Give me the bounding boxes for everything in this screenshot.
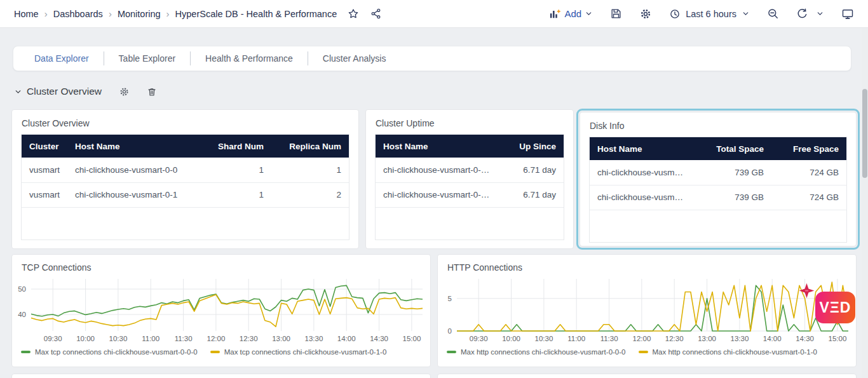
panel-title: Disk Info (580, 112, 856, 137)
table-row: chi-clickhouse-vusmart-0…739 GB724 GB (590, 160, 846, 185)
tab-cluster-analysis[interactable]: Cluster Analysis (308, 53, 401, 64)
svg-text:15:00: 15:00 (403, 335, 421, 342)
table-cell: chi-clickhouse-vusmart-0… (590, 185, 694, 210)
legend-item[interactable]: Max http connections chi-clickhouse-vusm… (639, 348, 818, 356)
chevron-down-icon (585, 10, 593, 18)
legend-series-label: Max http connections chi-clickhouse-vusm… (653, 348, 818, 356)
column-header: Total Space (694, 137, 771, 160)
breadcrumb-separator: › (166, 8, 170, 19)
legend-item[interactable]: Max tcp connections chi-clickhouse-vusma… (210, 348, 387, 356)
svg-text:14:30: 14:30 (370, 335, 388, 342)
panel-title: TCP Connections (12, 255, 430, 275)
breadcrumb-item[interactable]: Monitoring (118, 9, 161, 19)
star-icon[interactable] (347, 8, 360, 20)
table-header-row: Host NameTotal SpaceFree Space (590, 137, 846, 160)
http-connections-chart: 09:3010:0010:3011:0011:3012:0012:3013:00… (438, 275, 857, 346)
save-icon[interactable] (610, 8, 622, 20)
table-cell: 6.71 day (498, 182, 564, 207)
svg-text:13:00: 13:00 (698, 335, 716, 342)
disk-info-table: Host NameTotal SpaceFree Spacechi-clickh… (590, 137, 846, 210)
zoom-out-icon[interactable] (767, 8, 779, 20)
breadcrumb-separator: › (109, 8, 112, 19)
add-panel-icon (548, 8, 561, 20)
table-row: vusmartchi-clickhouse-vusmart-0-112 (22, 182, 349, 207)
panel-tcp-connections: TCP Connections 09:3010:0010:3011:0011:3… (11, 254, 431, 367)
refresh-icon[interactable] (796, 8, 808, 20)
breadcrumb-item[interactable]: Home (14, 9, 39, 19)
column-header: Free Space (771, 137, 846, 160)
svg-text:12:00: 12:00 (633, 335, 651, 342)
table-cell: 1 (196, 158, 271, 182)
table-cell: 2 (271, 182, 349, 207)
svg-text:12:30: 12:30 (240, 335, 258, 342)
chevron-down-icon[interactable] (816, 10, 824, 18)
svg-text:11:00: 11:00 (567, 335, 585, 342)
table-row: vusmartchi-clickhouse-vusmart-0-011 (22, 158, 349, 182)
section-collapse-toggle[interactable]: Cluster Overview (14, 86, 102, 97)
gear-icon[interactable] (639, 8, 652, 20)
table-cell: chi-clickhouse-vusmart-0-0 (67, 158, 196, 182)
chart-legend: Max tcp connections chi-clickhouse-vusma… (12, 346, 430, 356)
time-range-label: Last 6 hours (686, 9, 736, 19)
trash-icon[interactable] (147, 86, 157, 97)
table-cell: chi-clickhouse-vusmart-0-1-0 (376, 158, 498, 182)
cluster-overview-table: ClusterHost NameShard NumReplica Numvusm… (22, 135, 349, 208)
top-nav-bar: Home›Dashboards›Monitoring›HyperScale DB… (0, 0, 868, 28)
svg-text:11:30: 11:30 (600, 335, 618, 342)
clock-icon (669, 8, 681, 20)
chevron-down-icon (14, 88, 22, 96)
legend-series-color (447, 351, 456, 353)
chevron-down-icon (742, 10, 750, 18)
svg-text:09:30: 09:30 (470, 335, 488, 342)
breadcrumb-separator: › (44, 8, 48, 19)
legend-item[interactable]: Max tcp connections chi-clickhouse-vusma… (21, 348, 198, 356)
svg-text:11:30: 11:30 (175, 335, 193, 342)
table-cell: vusmart (22, 158, 67, 182)
add-panel-button[interactable]: Add (548, 8, 593, 20)
tab-data-explorer[interactable]: Data Explorer (20, 53, 104, 64)
chart-legend: Max http connections chi-clickhouse-vusm… (438, 346, 856, 356)
breadcrumb-item[interactable]: HyperScale DB - Health & Performance (175, 9, 337, 19)
refresh-control (796, 8, 824, 20)
gear-icon[interactable] (119, 86, 130, 97)
breadcrumb-item[interactable]: Dashboards (53, 9, 103, 19)
legend-item[interactable]: Max http connections chi-clickhouse-vusm… (447, 348, 626, 356)
tab-table-explorer[interactable]: Table Explorer (104, 53, 191, 64)
svg-text:12:30: 12:30 (665, 335, 684, 342)
dashboard-actions (347, 8, 382, 20)
column-header: Host Name (376, 135, 498, 158)
tcp-connections-chart: 09:3010:0010:3011:0011:3012:0012:3013:00… (12, 275, 431, 346)
svg-text:09:30: 09:30 (44, 335, 62, 342)
svg-text:10:30: 10:30 (109, 335, 128, 342)
table-cell: 739 GB (694, 160, 771, 185)
section-title: Cluster Overview (27, 86, 102, 97)
legend-series-label: Max tcp connections chi-clickhouse-vusma… (35, 348, 198, 356)
table-cell: 1 (196, 182, 271, 207)
table-container: Host NameTotal SpaceFree Spacechi-clickh… (589, 137, 847, 243)
panel-partial-left (11, 374, 431, 378)
table-cell: 6.71 day (498, 158, 564, 182)
table-cell: 724 GB (771, 160, 846, 185)
table-container: ClusterHost NameShard NumReplica Numvusm… (21, 134, 349, 240)
panel-partial-right (437, 374, 857, 378)
time-range-picker[interactable]: Last 6 hours (669, 8, 750, 20)
cluster-uptime-table: Host NameUp Sincechi-clickhouse-vusmart-… (376, 135, 564, 208)
svg-text:10:30: 10:30 (535, 335, 553, 342)
scrollbar-track[interactable] (862, 29, 868, 378)
monitor-icon[interactable] (841, 8, 854, 20)
scrollbar-thumb[interactable] (862, 89, 867, 178)
table-cell: vusmart (22, 182, 67, 207)
svg-text:15:00: 15:00 (829, 335, 847, 342)
share-icon[interactable] (370, 8, 382, 20)
panel-cluster-overview: Cluster Overview ClusterHost NameShard N… (11, 109, 359, 249)
ved-logo: VΞD (815, 292, 855, 323)
panel-http-connections: HTTP Connections 09:3010:0010:3011:0011:… (437, 254, 857, 367)
column-header: Replica Num (271, 135, 349, 158)
tab-health-performance[interactable]: Health & Performance (191, 53, 308, 64)
table-cell: chi-clickhouse-vusmart-0-0-0 (376, 182, 498, 207)
svg-text:13:30: 13:30 (305, 335, 323, 342)
column-header: Host Name (67, 135, 196, 158)
legend-series-color (21, 351, 31, 353)
panel-cluster-uptime: Cluster Uptime Host NameUp Sincechi-clic… (365, 109, 574, 249)
table-row: chi-clickhouse-vusmart-0…739 GB724 GB (590, 185, 846, 210)
